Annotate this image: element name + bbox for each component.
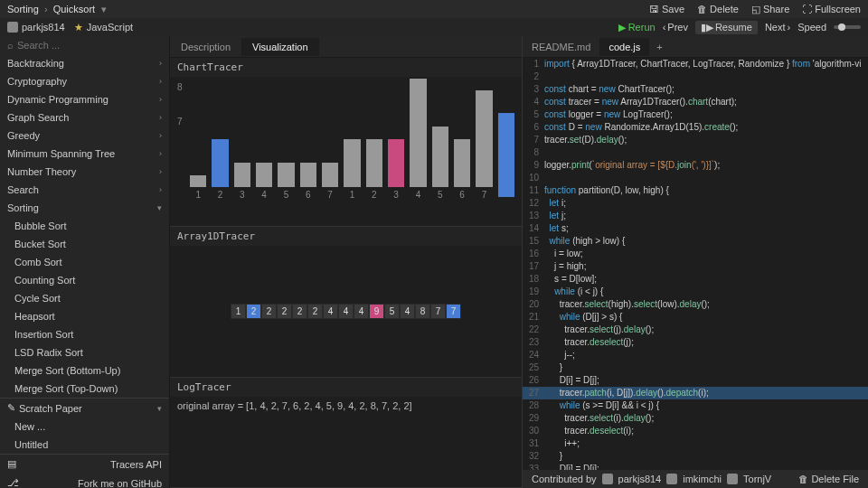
sidebar-item-merge-sort-top-down-[interactable]: Merge Sort (Top-Down) xyxy=(0,380,169,398)
sidebar-item-cycle-sort[interactable]: Cycle Sort xyxy=(0,289,169,307)
code-line[interactable]: 14 let s; xyxy=(523,222,868,235)
userbar: parkjs814 ★JavaScript ▶ Rerun ‹ Prev ▮▶ … xyxy=(0,18,868,36)
sidebar-item-insertion-sort[interactable]: Insertion Sort xyxy=(0,325,169,343)
code-line[interactable]: 7tracer.set(D).delay(); xyxy=(523,134,868,146)
code-line[interactable]: 8 xyxy=(523,146,868,159)
code-line[interactable]: 5const logger = new LogTracer(); xyxy=(523,108,868,121)
prev-button[interactable]: ‹ Prev xyxy=(663,22,688,33)
sidebar-item-counting-sort[interactable]: Counting Sort xyxy=(0,271,169,289)
contributor[interactable]: parkjs814 xyxy=(618,474,662,484)
lang-chip[interactable]: ★JavaScript xyxy=(74,22,133,33)
resume-button[interactable]: ▮▶ Resume xyxy=(695,21,758,34)
sidebar-item-merge-sort-bottom-up-[interactable]: Merge Sort (Bottom-Up) xyxy=(0,361,169,380)
sidebar-item-greedy[interactable]: Greedy› xyxy=(0,127,169,145)
code-line[interactable]: 26 D[i] = D[j]; xyxy=(523,374,868,387)
code-line[interactable]: 3const chart = new ChartTracer(); xyxy=(523,83,868,96)
add-file-button[interactable]: + xyxy=(649,38,669,56)
array-cell: 4 xyxy=(323,304,338,319)
code-line[interactable]: 31 i++; xyxy=(523,437,868,450)
search-input[interactable] xyxy=(17,40,162,51)
code-line[interactable]: 23 tracer.deselect(j); xyxy=(523,336,868,349)
share-button[interactable]: ◱ Share xyxy=(751,4,789,15)
tab-visualization[interactable]: Visualization xyxy=(241,38,319,56)
sidebar-item-backtracking[interactable]: Backtracking› xyxy=(0,54,169,72)
contributor[interactable]: TornjV xyxy=(743,474,771,484)
sidebar-item-comb-sort[interactable]: Comb Sort xyxy=(0,253,169,271)
array-tracer: 122222444954877 xyxy=(170,246,522,377)
fullscreen-button[interactable]: ⛶ Fullscreen xyxy=(802,4,861,14)
code-line[interactable]: 33 D[j] = D[i]; xyxy=(523,463,868,470)
caret-down-icon[interactable]: ▾ xyxy=(101,4,107,14)
fork-link[interactable]: ⎇ Fork me on GitHub xyxy=(0,474,169,488)
code-line[interactable]: 32 } xyxy=(523,450,868,463)
sidebar-item-search[interactable]: Search› xyxy=(0,181,169,199)
code-line[interactable]: 22 tracer.select(j).delay(); xyxy=(523,324,868,336)
code-line[interactable]: 13 let j; xyxy=(523,210,868,222)
code-line[interactable]: 25 } xyxy=(523,361,868,374)
sidebar-item-minimum-spanning-tree[interactable]: Minimum Spanning Tree› xyxy=(0,145,169,163)
user-chip[interactable]: parkjs814 xyxy=(7,22,65,33)
code-line[interactable]: 30 tracer.deselect(i); xyxy=(523,425,868,437)
breadcrumb[interactable]: Sorting › Quicksort ▾ xyxy=(7,4,107,15)
rerun-button[interactable]: ▶ Rerun xyxy=(618,22,656,33)
caret-down-icon: ▾ xyxy=(157,203,162,212)
sidebar-item-bubble-sort[interactable]: Bubble Sort xyxy=(0,217,169,235)
breadcrumb-algo[interactable]: Quicksort xyxy=(53,4,95,14)
next-button[interactable]: Next › xyxy=(765,22,790,33)
sidebar-item-lsd-radix-sort[interactable]: LSD Radix Sort xyxy=(0,343,169,361)
code-line[interactable]: 21 while (D[j] > s) { xyxy=(523,311,868,324)
sidebar-item-dynamic-programming[interactable]: Dynamic Programming› xyxy=(0,90,169,108)
file-tab-codejs[interactable]: code.js xyxy=(599,38,649,56)
scratch-paper[interactable]: ✎ Scratch Paper▾ xyxy=(0,398,169,418)
code-editor[interactable]: 1import { Array1DTracer, ChartTracer, Lo… xyxy=(523,58,868,470)
breadcrumb-category[interactable]: Sorting xyxy=(7,4,39,14)
x-label: 6 xyxy=(306,190,311,200)
code-line[interactable]: 27 tracer.patch(i, D[j]).delay().depatch… xyxy=(523,387,868,399)
chart-bar xyxy=(476,90,492,187)
array-cell: 8 xyxy=(415,304,430,319)
contributor[interactable]: imkimchi xyxy=(683,474,722,484)
chart-bar xyxy=(388,139,404,187)
code-line[interactable]: 1import { Array1DTracer, ChartTracer, Lo… xyxy=(523,58,868,70)
chart-bar xyxy=(410,79,426,187)
scratch-new[interactable]: New ... xyxy=(0,418,169,436)
chart-tracer: 87 12345671234567 xyxy=(170,77,522,226)
array-cell: 7 xyxy=(430,304,446,319)
sidebar-item-cryptography[interactable]: Cryptography› xyxy=(0,72,169,90)
delete-file-button[interactable]: 🗑 Delete File xyxy=(798,474,859,484)
code-line[interactable]: 19 while (i < j) { xyxy=(523,286,868,298)
code-line[interactable]: 20 tracer.select(high).select(low).delay… xyxy=(523,298,868,311)
tracers-api-link[interactable]: ▤ Tracers API xyxy=(0,454,169,474)
code-line[interactable]: 17 j = high; xyxy=(523,260,868,273)
sidebar-item-bucket-sort[interactable]: Bucket Sort xyxy=(0,235,169,253)
array-tracer-title: Array1DTracer xyxy=(170,227,522,246)
sidebar-item-number-theory[interactable]: Number Theory› xyxy=(0,163,169,181)
code-line[interactable]: 11function partition(D, low, high) { xyxy=(523,184,868,197)
code-line[interactable]: 4const tracer = new Array1DTracer().char… xyxy=(523,96,868,108)
code-line[interactable]: 29 tracer.select(i).delay(); xyxy=(523,412,868,425)
save-button[interactable]: 🖫 Save xyxy=(649,4,684,14)
x-label: 5 xyxy=(438,190,443,200)
code-line[interactable]: 2 xyxy=(523,70,868,83)
code-line[interactable]: 9logger.print(`original array = [${D.joi… xyxy=(523,159,868,172)
scratch-untitled[interactable]: Untitled xyxy=(0,436,169,454)
sidebar-item-graph-search[interactable]: Graph Search› xyxy=(0,108,169,127)
tab-description[interactable]: Description xyxy=(170,38,241,56)
code-line[interactable]: 18 s = D[low]; xyxy=(523,273,868,286)
code-line[interactable]: 16 i = low; xyxy=(523,248,868,260)
delete-button[interactable]: 🗑 Delete xyxy=(697,4,739,14)
x-label: 3 xyxy=(240,190,245,200)
code-line[interactable]: 15 while (high > low) { xyxy=(523,235,868,248)
code-line[interactable]: 12 let i; xyxy=(523,197,868,210)
chart-bar xyxy=(344,139,360,187)
chart-bar xyxy=(300,163,316,187)
code-footer: Contributed by parkjs814 imkimchi TornjV… xyxy=(523,470,868,488)
code-line[interactable]: 6const D = new Randomize.Array1D(15).cre… xyxy=(523,121,868,134)
sidebar-item-sorting[interactable]: Sorting▾ xyxy=(0,199,169,217)
code-line[interactable]: 28 while (s >= D[i] && i < j) { xyxy=(523,399,868,412)
speed-slider[interactable] xyxy=(834,25,861,29)
sidebar-item-heapsort[interactable]: Heapsort xyxy=(0,307,169,325)
code-line[interactable]: 10 xyxy=(523,172,868,184)
code-line[interactable]: 24 j--; xyxy=(523,349,868,361)
file-tab-readme[interactable]: README.md xyxy=(523,38,599,56)
